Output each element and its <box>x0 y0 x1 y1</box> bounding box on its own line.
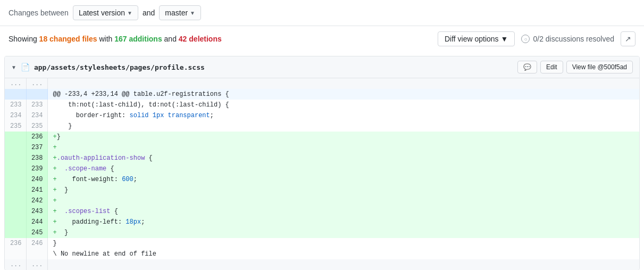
table-row: 240 + font-weight: 600; <box>5 174 639 185</box>
changed-files-count: 18 changed files <box>39 35 97 43</box>
hunk-header-code: @@ -233,4 +233,14 @@ table.u2f-registrat… <box>47 89 639 100</box>
share-button[interactable]: ↗ <box>621 31 635 46</box>
table-row: 241 + } <box>5 185 639 195</box>
additions-count: 167 additions <box>114 35 162 43</box>
diff-header-left: ▼ 📄 app/assets/stylesheets/pages/profile… <box>11 63 205 71</box>
table-row: 236 246 } <box>5 238 639 249</box>
table-row: 238 +.oauth-application-show { <box>5 153 639 163</box>
table-row: 245 + } <box>5 227 639 238</box>
version-chevron-icon: ▼ <box>127 10 132 16</box>
stats-actions: Diff view options ▼ ○ 0/2 discussions re… <box>438 31 635 46</box>
top-bar: Changes between Latest version ▼ and mas… <box>0 0 644 26</box>
table-row: 244 + padding-left: 18px; <box>5 217 639 227</box>
diff-header-right: 💬 Edit View file @500f5ad <box>517 61 633 73</box>
table-row: 234 234 border-right: solid 1px transpar… <box>5 110 639 121</box>
table-row: 242 + <box>5 195 639 206</box>
deletions-count: 42 deletions <box>179 35 222 43</box>
branch-dropdown[interactable]: master ▼ <box>159 5 201 20</box>
share-icon: ↗ <box>625 35 631 43</box>
table-row: 235 235 } <box>5 121 639 132</box>
file-path: app/assets/stylesheets/pages/profile.scs… <box>34 63 205 71</box>
table-row: 243 + .scopes-list { <box>5 206 639 217</box>
discussions-resolved: ○ 0/2 discussions resolved <box>521 35 614 43</box>
view-file-button[interactable]: View file @500f5ad <box>566 61 633 73</box>
table-row: 239 + .scope-name { <box>5 163 639 174</box>
diff-file-header: ▼ 📄 app/assets/stylesheets/pages/profile… <box>5 56 639 78</box>
no-newline-row: \ No newline at end of file <box>5 249 639 259</box>
branch-chevron-icon: ▼ <box>190 10 195 16</box>
hunk-header-row: @@ -233,4 +233,14 @@ table.u2f-registrat… <box>5 89 639 100</box>
diff-view-options-button[interactable]: Diff view options ▼ <box>438 31 515 46</box>
ellipsis-row-bottom: ... ... <box>5 259 639 270</box>
and-label: and <box>143 9 155 17</box>
no-newline-text: \ No newline at end of file <box>47 249 639 259</box>
table-row: 236 +} <box>5 132 639 142</box>
code-cell <box>47 78 639 89</box>
old-line-num: ... <box>5 78 26 89</box>
table-row: 237 + <box>5 142 639 153</box>
changes-between-label: Changes between <box>9 9 69 17</box>
table-row: 233 233 th:not(:last-child), td:not(:las… <box>5 100 639 110</box>
discussions-icon: ○ <box>521 35 530 43</box>
file-icon: 📄 <box>21 63 30 71</box>
version-dropdown[interactable]: Latest version ▼ <box>73 5 138 20</box>
collapse-icon[interactable]: ▼ <box>11 64 16 70</box>
edit-button[interactable]: Edit <box>540 61 563 73</box>
stats-text: Showing 18 changed files with 167 additi… <box>9 35 222 43</box>
diff-options-chevron-icon: ▼ <box>501 35 508 43</box>
diff-block: ▼ 📄 app/assets/stylesheets/pages/profile… <box>4 56 640 270</box>
diff-table: ... ... @@ -233,4 +233,14 @@ table.u2f-r… <box>5 78 639 270</box>
new-line-num: ... <box>26 78 47 89</box>
stats-bar: Showing 18 changed files with 167 additi… <box>0 26 644 52</box>
hunk-new-num <box>26 89 47 100</box>
hunk-old-num <box>5 89 26 100</box>
comment-button[interactable]: 💬 <box>517 61 537 73</box>
ellipsis-row: ... ... <box>5 78 639 89</box>
